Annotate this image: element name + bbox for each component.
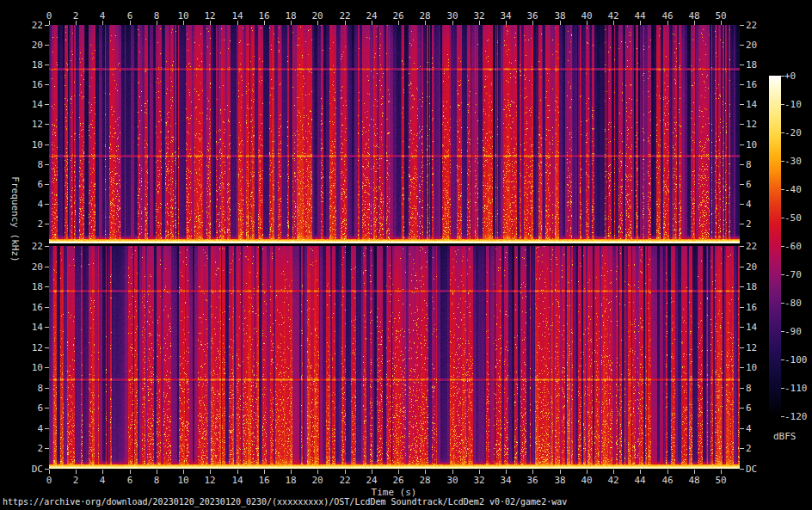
freq-tick-label-right-ch1: 16 — [746, 80, 757, 89]
time-tick-bottom — [372, 470, 372, 474]
freq-tick-right-ch1 — [740, 204, 744, 205]
freq-tick-label-left-ch2: 2 — [15, 444, 43, 453]
freq-tick-label-right-ch2: 6 — [746, 403, 752, 413]
time-tick-bottom — [452, 470, 453, 474]
freq-tick-left-ch2 — [45, 286, 49, 287]
time-tick-bottom — [157, 470, 157, 474]
freq-tick-left-ch1 — [45, 124, 49, 125]
time-tick-bottom — [587, 470, 587, 474]
freq-tick-label-left-ch2: 14 — [15, 323, 43, 332]
freq-tick-left-ch2 — [45, 448, 49, 449]
freq-tick-label-left-ch2: 8 — [15, 384, 43, 393]
freq-tick-right-ch2 — [740, 388, 744, 389]
freq-tick-label-right-ch2: 12 — [746, 343, 757, 353]
freq-tick-left-ch2 — [45, 408, 49, 409]
freq-tick-label-right-ch2: 16 — [746, 303, 757, 312]
colorbar-tick-label: -70 — [784, 270, 802, 280]
colorbar-tick-label: -20 — [784, 128, 802, 138]
freq-tick-label-right-ch1: 22 — [746, 21, 757, 30]
freq-tick-right-ch2 — [740, 448, 744, 449]
time-tick-bottom — [237, 470, 238, 474]
time-tick-bottom — [291, 470, 292, 474]
freq-tick-label-right-ch1: 2 — [746, 219, 752, 229]
colorbar-tick-label: -10 — [784, 100, 802, 109]
freq-tick-left-ch2 — [45, 428, 49, 429]
freq-tick-right-ch2 — [740, 286, 744, 287]
freq-tick-left-ch1 — [45, 104, 49, 105]
colorbar-tick-label: -50 — [784, 213, 802, 223]
freq-tick-label-left-ch1: 14 — [15, 100, 43, 109]
freq-tick-label-left-ch1: 4 — [15, 200, 43, 209]
time-tick-bottom — [425, 470, 426, 474]
freq-tick-label-left-ch1: 12 — [15, 120, 43, 129]
freq-tick-right-ch1 — [740, 124, 744, 125]
freq-tick-left-ch2 — [45, 307, 49, 308]
freq-tick-label-left-ch2: 18 — [15, 282, 43, 292]
freq-tick-label-right-ch2: 10 — [746, 363, 757, 372]
freq-tick-left-ch1 — [45, 184, 49, 185]
freq-tick-right-ch1 — [740, 45, 744, 46]
freq-tick-right-ch1 — [740, 25, 744, 26]
time-tick-bottom — [264, 470, 265, 474]
freq-tick-label-left-ch2: 10 — [15, 363, 43, 372]
freq-tick-right-ch2 — [740, 246, 744, 247]
freq-tick-right-ch1 — [740, 144, 744, 145]
freq-tick-left-ch2 — [45, 347, 49, 348]
freq-tick-label-right-ch2: 8 — [746, 384, 752, 393]
freq-tick-right-ch1 — [740, 224, 744, 224]
time-tick-bottom — [613, 470, 614, 474]
colorbar-tick-label: -60 — [784, 242, 802, 251]
freq-tick-right-ch2 — [740, 307, 744, 308]
freq-tick-label-left-ch2: 12 — [15, 343, 43, 353]
freq-tick-right-ch1 — [740, 65, 744, 65]
colorbar-unit-label: dBFS — [773, 431, 797, 442]
freq-tick-left-ch2 — [45, 367, 49, 368]
spectrogram-channel-1 — [49, 25, 740, 243]
freq-tick-label-left-ch2: 4 — [15, 424, 43, 433]
freq-tick-left-ch1 — [45, 144, 49, 145]
freq-tick-label-left-ch2: 20 — [15, 262, 43, 272]
spectrogram-window: Frequency (kHz) 002244668810101212141416… — [0, 0, 812, 510]
freq-tick-right-ch1 — [740, 104, 744, 105]
freq-tick-label-right-ch1: 12 — [746, 120, 757, 129]
freq-tick-label-right-ch2: 2 — [746, 444, 752, 453]
time-tick-bottom — [532, 470, 533, 474]
time-tick-bottom — [640, 470, 641, 474]
time-tick-bottom — [317, 470, 318, 474]
freq-tick-label-left-ch2: 16 — [15, 303, 43, 312]
freq-tick-left-ch2 — [45, 267, 49, 267]
time-tick-bottom — [49, 470, 50, 474]
time-tick-label-top: 50 — [704, 11, 738, 21]
freq-tick-label-left-ch1: 16 — [15, 80, 43, 89]
freq-tick-right-ch1 — [740, 84, 744, 85]
freq-tick-label-left-ch1: 8 — [15, 160, 43, 169]
freq-tick-label-left-ch1: 10 — [15, 140, 43, 150]
colorbar-tick-label: -30 — [784, 157, 802, 166]
time-tick-bottom — [183, 470, 184, 474]
freq-tick-label-right-ch1: 6 — [746, 180, 752, 189]
freq-tick-left-ch1 — [45, 65, 49, 65]
colorbar-tick-label: -40 — [784, 185, 802, 194]
freq-tick-right-ch2 — [740, 428, 744, 429]
freq-tick-label-right-ch2: 20 — [746, 262, 757, 272]
time-tick-bottom — [76, 470, 77, 474]
freq-tick-label-left-ch1: 18 — [15, 60, 43, 70]
freq-tick-left-ch1 — [45, 45, 49, 46]
freq-tick-left-ch1 — [45, 164, 49, 165]
time-tick-bottom — [560, 470, 561, 474]
freq-tick-label-right-ch1: 18 — [746, 60, 757, 70]
freq-tick-label-left-ch2: 6 — [15, 403, 43, 413]
freq-tick-left-ch2 — [45, 246, 49, 247]
freq-tick-label-right-ch2: 4 — [746, 424, 752, 433]
colorbar-tick-label: -90 — [784, 327, 802, 336]
time-tick-bottom — [506, 470, 507, 474]
freq-tick-left-ch2 — [45, 327, 49, 328]
freq-tick-right-ch1 — [740, 164, 744, 165]
colorbar-tick-label: -80 — [784, 298, 802, 308]
freq-tick-right-ch2 — [740, 408, 744, 409]
time-tick-bottom — [398, 470, 399, 474]
time-tick-bottom — [210, 470, 211, 474]
freq-tick-label-right-ch2: 22 — [746, 242, 757, 251]
spectrogram-channel-2 — [49, 246, 740, 469]
freq-tick-label-right-ch1: 14 — [746, 100, 757, 109]
